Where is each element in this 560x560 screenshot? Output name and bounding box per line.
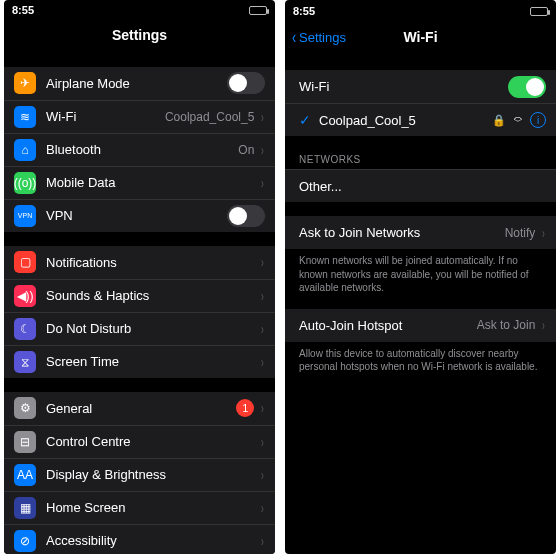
chevron-right-icon: ›	[261, 400, 264, 416]
row-label: Wi-Fi	[46, 109, 165, 124]
◀))-icon: ◀))	[14, 285, 36, 307]
☾-icon: ☾	[14, 318, 36, 340]
row-value: Coolpad_Cool_5	[165, 110, 254, 124]
⧖-icon: ⧖	[14, 351, 36, 373]
page-title: Wi-Fi	[403, 29, 437, 45]
badge: 1	[236, 399, 254, 417]
wifi-toggle-row[interactable]: Wi-Fi	[285, 70, 556, 103]
row-label: Control Centre	[46, 434, 256, 449]
▢-icon: ▢	[14, 251, 36, 273]
settings-screen: 8:55 Settings ✈Airplane Mode≋Wi-FiCoolpa…	[4, 0, 275, 554]
settings-row-airplane-mode[interactable]: ✈Airplane Mode	[4, 67, 275, 100]
settings-row-sounds-haptics[interactable]: ◀))Sounds & Haptics›	[4, 279, 275, 312]
chevron-right-icon: ›	[261, 354, 264, 370]
chevron-right-icon: ›	[542, 317, 545, 333]
back-button[interactable]: ‹ Settings	[291, 22, 346, 52]
✈-icon: ✈	[14, 72, 36, 94]
ask-to-join-footer: Known networks will be joined automatica…	[285, 249, 556, 295]
row-value: On	[238, 143, 254, 157]
chevron-left-icon: ‹	[292, 28, 296, 46]
battery-icon	[249, 6, 267, 15]
battery-icon	[530, 7, 548, 16]
ask-to-join-value: Notify	[505, 226, 536, 240]
row-label: Accessibility	[46, 533, 256, 548]
wifi-signal-icon: ⌔	[514, 113, 522, 128]
toggle[interactable]	[227, 72, 265, 94]
ask-to-join-label: Ask to Join Networks	[299, 225, 505, 240]
settings-row-notifications[interactable]: ▢Notifications›	[4, 246, 275, 279]
wifi-label: Wi-Fi	[299, 79, 508, 94]
page-title: Settings	[112, 27, 167, 43]
status-bar: 8:55	[285, 0, 556, 22]
settings-row-do-not-disturb[interactable]: ☾Do Not Disturb›	[4, 312, 275, 345]
settings-row-screen-time[interactable]: ⧖Screen Time›	[4, 345, 275, 378]
group-notifications: ▢Notifications›◀))Sounds & Haptics›☾Do N…	[4, 246, 275, 378]
row-label: Airplane Mode	[46, 76, 227, 91]
nav-bar: ‹ Settings Wi-Fi	[285, 22, 556, 52]
⚙-icon: ⚙	[14, 397, 36, 419]
((o))-icon: ((o))	[14, 172, 36, 194]
chevron-right-icon: ›	[261, 175, 264, 191]
chevron-right-icon: ›	[261, 321, 264, 337]
other-label: Other...	[299, 179, 546, 194]
ask-to-join-row[interactable]: Ask to Join Networks Notify ›	[285, 216, 556, 249]
chevron-right-icon: ›	[261, 434, 264, 450]
chevron-right-icon: ›	[261, 142, 264, 158]
row-label: VPN	[46, 208, 227, 223]
auto-join-hotspot-row[interactable]: Auto-Join Hotspot Ask to Join ›	[285, 309, 556, 342]
settings-row-bluetooth[interactable]: ⌂BluetoothOn›	[4, 133, 275, 166]
chevron-right-icon: ›	[261, 288, 264, 304]
⊘-icon: ⊘	[14, 530, 36, 552]
other-network-row[interactable]: Other...	[285, 169, 556, 202]
status-time: 8:55	[293, 5, 315, 17]
row-label: Bluetooth	[46, 142, 238, 157]
chevron-right-icon: ›	[261, 533, 264, 549]
settings-row-mobile-data[interactable]: ((o))Mobile Data›	[4, 166, 275, 199]
chevron-right-icon: ›	[261, 109, 264, 125]
wifi-toggle[interactable]	[508, 76, 546, 98]
settings-row-control-centre[interactable]: ⊟Control Centre›	[4, 425, 275, 458]
info-icon[interactable]: i	[530, 112, 546, 128]
checkmark-icon: ✓	[299, 112, 311, 128]
row-label: Sounds & Haptics	[46, 288, 256, 303]
networks-header: NETWORKS	[285, 150, 556, 169]
settings-row-vpn[interactable]: VPNVPN	[4, 199, 275, 232]
auto-join-hotspot-value: Ask to Join	[477, 318, 536, 332]
chevron-right-icon: ›	[542, 225, 545, 241]
settings-row-display-brightness[interactable]: AADisplay & Brightness›	[4, 458, 275, 491]
back-label: Settings	[299, 30, 346, 45]
lock-icon: 🔒	[492, 114, 506, 127]
connected-network-row[interactable]: ✓ Coolpad_Cool_5 🔒 ⌔ i	[285, 103, 556, 136]
auto-join-hotspot-label: Auto-Join Hotspot	[299, 318, 477, 333]
row-label: Notifications	[46, 255, 256, 270]
nav-bar: Settings	[4, 21, 275, 49]
chevron-right-icon: ›	[261, 500, 264, 516]
chevron-right-icon: ›	[261, 467, 264, 483]
settings-row-home-screen[interactable]: ▦Home Screen›	[4, 491, 275, 524]
row-label: Home Screen	[46, 500, 256, 515]
settings-list[interactable]: ✈Airplane Mode≋Wi-FiCoolpad_Cool_5›⌂Blue…	[4, 49, 275, 554]
⌂-icon: ⌂	[14, 139, 36, 161]
group-general: ⚙General1›⊟Control Centre›AADisplay & Br…	[4, 392, 275, 554]
auto-join-hotspot-footer: Allow this device to automatically disco…	[285, 342, 556, 374]
▦-icon: ▦	[14, 497, 36, 519]
status-time: 8:55	[12, 4, 34, 16]
chevron-right-icon: ›	[261, 254, 264, 270]
settings-row-general[interactable]: ⚙General1›	[4, 392, 275, 425]
≋-icon: ≋	[14, 106, 36, 128]
toggle[interactable]	[227, 205, 265, 227]
wifi-screen: 8:55 ‹ Settings Wi-Fi Wi-Fi ✓ Coolpad_Co…	[285, 0, 556, 554]
AA-icon: AA	[14, 464, 36, 486]
row-label: Mobile Data	[46, 175, 256, 190]
settings-row-wi-fi[interactable]: ≋Wi-FiCoolpad_Cool_5›	[4, 100, 275, 133]
network-name: Coolpad_Cool_5	[319, 113, 492, 128]
row-label: Display & Brightness	[46, 467, 256, 482]
row-label: Screen Time	[46, 354, 256, 369]
VPN-icon: VPN	[14, 205, 36, 227]
wifi-content[interactable]: Wi-Fi ✓ Coolpad_Cool_5 🔒 ⌔ i NETWORKS Ot…	[285, 52, 556, 554]
row-label: General	[46, 401, 236, 416]
⊟-icon: ⊟	[14, 431, 36, 453]
group-connectivity: ✈Airplane Mode≋Wi-FiCoolpad_Cool_5›⌂Blue…	[4, 67, 275, 232]
status-bar: 8:55	[4, 0, 275, 21]
settings-row-accessibility[interactable]: ⊘Accessibility›	[4, 524, 275, 554]
